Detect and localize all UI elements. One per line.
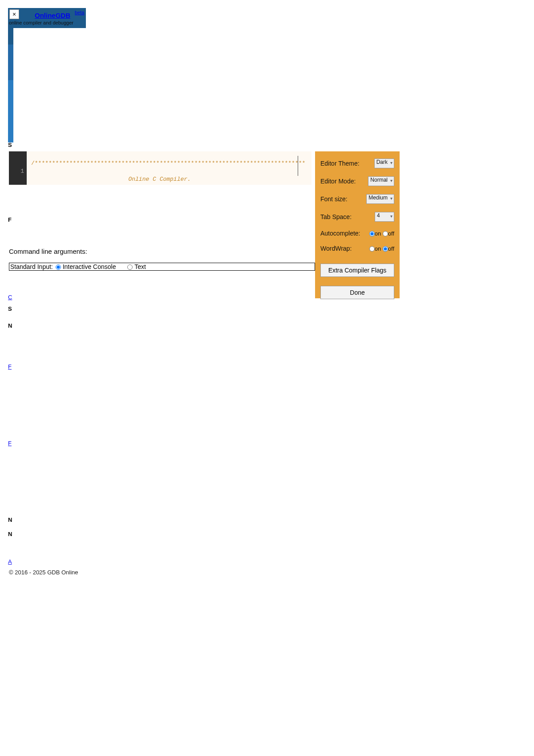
code-editor[interactable]: 1 2 3 4 /*******************************… (9, 151, 312, 185)
tab-space-select[interactable]: 4 (375, 212, 394, 222)
line-number-gutter: 1 2 3 4 (9, 151, 27, 185)
font-size-label: Font size: (320, 195, 348, 203)
editor-theme-label: Editor Theme: (320, 160, 360, 167)
font-size-select[interactable]: Medium (366, 194, 394, 204)
done-button[interactable]: Done (320, 286, 394, 299)
code-content: /***************************************… (31, 151, 305, 185)
stdin-bar: Standard Input: Interactive Console Text (9, 263, 315, 271)
edge-char: C (8, 294, 12, 301)
off-label: off (388, 230, 394, 237)
edge-char: S (8, 305, 12, 312)
editor-mode-select[interactable]: Normal (368, 176, 394, 186)
editor-mode-label: Editor Mode: (320, 178, 356, 185)
cmdline-args-label: Command line arguments: (9, 248, 315, 256)
stdin-label: Standard Input: (10, 263, 53, 270)
left-nav-strip (8, 27, 13, 142)
extra-compiler-flags-button[interactable]: Extra Compiler Flags (320, 264, 394, 277)
copyright: © 2016 - 2025 GDB Online (9, 569, 78, 576)
on-label: on (375, 245, 381, 252)
editor-theme-select[interactable]: Dark (374, 159, 394, 168)
runtime-options: Command line arguments: Standard Input: … (9, 248, 315, 270)
tab-space-label: Tab Space: (320, 213, 352, 220)
beta-link[interactable]: beta (75, 10, 84, 15)
edge-char: N (8, 531, 12, 537)
autocomplete-on-radio[interactable] (369, 231, 375, 236)
wordwrap-off-radio[interactable] (383, 246, 388, 252)
edge-char: F (8, 440, 12, 447)
edge-char: F (8, 216, 12, 223)
autocomplete-label: Autocomplete: (320, 230, 360, 237)
stdin-interactive-radio[interactable] (56, 264, 61, 270)
edge-char: N (8, 516, 12, 523)
tagline: online compiler and debugger (9, 20, 73, 25)
line-number: 1 (9, 167, 24, 175)
stdin-text-label: Text (134, 263, 146, 270)
wordwrap-label: WordWrap: (320, 245, 352, 252)
edge-char: F (8, 363, 12, 370)
on-label: on (375, 230, 381, 237)
wordwrap-on-radio[interactable] (369, 246, 375, 252)
close-icon[interactable]: × (9, 9, 19, 19)
autocomplete-off-radio[interactable] (383, 231, 388, 236)
text-cursor (298, 156, 298, 176)
editor-settings-panel: Editor Theme: Dark Editor Mode: Normal F… (315, 151, 400, 298)
edge-char: S (8, 142, 12, 148)
edge-char: A (8, 558, 12, 565)
brand-link[interactable]: OnlineGDB (35, 12, 70, 19)
edge-char: N (8, 322, 12, 329)
stdin-text-radio[interactable] (127, 264, 133, 270)
stdin-interactive-label: Interactive Console (63, 263, 116, 270)
off-label: off (388, 245, 394, 252)
